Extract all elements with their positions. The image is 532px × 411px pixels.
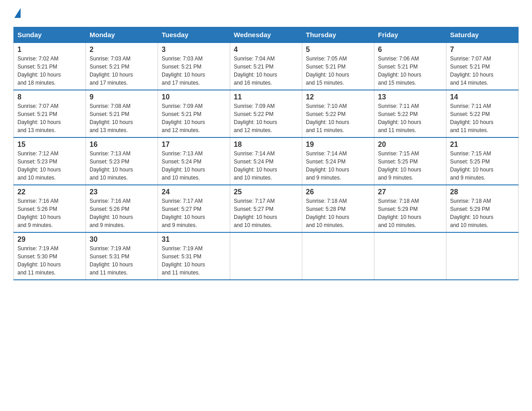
day-cell: 23 Sunrise: 7:16 AMSunset: 5:26 PMDaylig…: [86, 185, 158, 232]
day-info: Sunrise: 7:17 AMSunset: 5:27 PMDaylight:…: [234, 197, 298, 229]
day-number: 26: [306, 188, 370, 196]
day-cell: 18 Sunrise: 7:14 AMSunset: 5:24 PMDaylig…: [230, 137, 302, 185]
day-info: Sunrise: 7:15 AMSunset: 5:25 PMDaylight:…: [450, 150, 515, 182]
col-header-friday: Friday: [374, 27, 446, 43]
day-number: 24: [162, 188, 226, 196]
day-cell: [302, 232, 374, 280]
day-cell: 6 Sunrise: 7:06 AMSunset: 5:21 PMDayligh…: [374, 43, 446, 90]
day-number: 4: [234, 46, 298, 54]
day-info: Sunrise: 7:18 AMSunset: 5:29 PMDaylight:…: [450, 197, 515, 229]
day-cell: 29 Sunrise: 7:19 AMSunset: 5:30 PMDaylig…: [14, 232, 86, 280]
day-cell: 13 Sunrise: 7:11 AMSunset: 5:22 PMDaylig…: [374, 90, 446, 137]
day-info: Sunrise: 7:14 AMSunset: 5:24 PMDaylight:…: [306, 150, 370, 182]
day-info: Sunrise: 7:19 AMSunset: 5:31 PMDaylight:…: [90, 244, 154, 277]
day-number: 5: [306, 46, 370, 54]
day-number: 15: [17, 141, 82, 149]
day-cell: [374, 232, 446, 280]
day-info: Sunrise: 7:09 AMSunset: 5:22 PMDaylight:…: [234, 102, 298, 134]
day-cell: 10 Sunrise: 7:09 AMSunset: 5:21 PMDaylig…: [158, 90, 230, 137]
day-number: 6: [378, 46, 442, 54]
day-info: Sunrise: 7:11 AMSunset: 5:22 PMDaylight:…: [378, 102, 442, 134]
col-header-sunday: Sunday: [14, 27, 86, 43]
day-number: 18: [234, 141, 298, 149]
day-info: Sunrise: 7:13 AMSunset: 5:24 PMDaylight:…: [162, 150, 226, 182]
day-info: Sunrise: 7:19 AMSunset: 5:31 PMDaylight:…: [162, 244, 226, 277]
day-cell: [230, 232, 302, 280]
day-number: 30: [90, 235, 154, 244]
day-cell: 30 Sunrise: 7:19 AMSunset: 5:31 PMDaylig…: [86, 232, 158, 280]
day-info: Sunrise: 7:07 AMSunset: 5:21 PMDaylight:…: [17, 102, 82, 134]
week-row-4: 22 Sunrise: 7:16 AMSunset: 5:26 PMDaylig…: [14, 185, 519, 232]
day-number: 1: [17, 46, 82, 54]
day-number: 29: [17, 235, 82, 244]
day-number: 22: [17, 188, 82, 196]
day-number: 13: [378, 93, 442, 101]
day-info: Sunrise: 7:06 AMSunset: 5:21 PMDaylight:…: [378, 55, 442, 87]
day-cell: 2 Sunrise: 7:03 AMSunset: 5:21 PMDayligh…: [86, 43, 158, 90]
day-cell: 28 Sunrise: 7:18 AMSunset: 5:29 PMDaylig…: [446, 185, 519, 232]
day-info: Sunrise: 7:04 AMSunset: 5:21 PMDaylight:…: [234, 55, 298, 87]
day-cell: 22 Sunrise: 7:16 AMSunset: 5:26 PMDaylig…: [14, 185, 86, 232]
page-header: [13, 9, 519, 18]
day-info: Sunrise: 7:13 AMSunset: 5:23 PMDaylight:…: [90, 150, 154, 182]
day-info: Sunrise: 7:18 AMSunset: 5:28 PMDaylight:…: [306, 197, 370, 229]
calendar-table: SundayMondayTuesdayWednesdayThursdayFrid…: [13, 27, 519, 280]
day-cell: 24 Sunrise: 7:17 AMSunset: 5:27 PMDaylig…: [158, 185, 230, 232]
calendar-header-row: SundayMondayTuesdayWednesdayThursdayFrid…: [14, 27, 519, 43]
day-number: 12: [306, 93, 370, 101]
day-info: Sunrise: 7:03 AMSunset: 5:21 PMDaylight:…: [162, 55, 226, 87]
day-cell: 20 Sunrise: 7:15 AMSunset: 5:25 PMDaylig…: [374, 137, 446, 185]
day-info: Sunrise: 7:08 AMSunset: 5:21 PMDaylight:…: [90, 102, 154, 134]
day-cell: 3 Sunrise: 7:03 AMSunset: 5:21 PMDayligh…: [158, 43, 230, 90]
day-number: 27: [378, 188, 442, 196]
logo-triangle-icon: [14, 8, 21, 18]
day-cell: 19 Sunrise: 7:14 AMSunset: 5:24 PMDaylig…: [302, 137, 374, 185]
day-cell: 1 Sunrise: 7:02 AMSunset: 5:21 PMDayligh…: [14, 43, 86, 90]
col-header-wednesday: Wednesday: [230, 27, 302, 43]
day-number: 11: [234, 93, 298, 101]
day-cell: 21 Sunrise: 7:15 AMSunset: 5:25 PMDaylig…: [446, 137, 519, 185]
day-cell: 4 Sunrise: 7:04 AMSunset: 5:21 PMDayligh…: [230, 43, 302, 90]
day-number: 31: [162, 235, 226, 244]
day-info: Sunrise: 7:03 AMSunset: 5:21 PMDaylight:…: [90, 55, 154, 87]
day-number: 3: [162, 46, 226, 54]
day-info: Sunrise: 7:05 AMSunset: 5:21 PMDaylight:…: [306, 55, 370, 87]
day-number: 2: [90, 46, 154, 54]
col-header-thursday: Thursday: [302, 27, 374, 43]
day-cell: 12 Sunrise: 7:10 AMSunset: 5:22 PMDaylig…: [302, 90, 374, 137]
week-row-5: 29 Sunrise: 7:19 AMSunset: 5:30 PMDaylig…: [14, 232, 519, 280]
day-info: Sunrise: 7:16 AMSunset: 5:26 PMDaylight:…: [17, 197, 82, 229]
day-info: Sunrise: 7:10 AMSunset: 5:22 PMDaylight:…: [306, 102, 370, 134]
day-info: Sunrise: 7:19 AMSunset: 5:30 PMDaylight:…: [17, 244, 82, 277]
day-number: 25: [234, 188, 298, 196]
day-info: Sunrise: 7:16 AMSunset: 5:26 PMDaylight:…: [90, 197, 154, 229]
day-number: 19: [306, 141, 370, 149]
day-cell: 11 Sunrise: 7:09 AMSunset: 5:22 PMDaylig…: [230, 90, 302, 137]
day-info: Sunrise: 7:07 AMSunset: 5:21 PMDaylight:…: [450, 55, 515, 87]
day-cell: 27 Sunrise: 7:18 AMSunset: 5:29 PMDaylig…: [374, 185, 446, 232]
day-cell: 5 Sunrise: 7:05 AMSunset: 5:21 PMDayligh…: [302, 43, 374, 90]
day-number: 10: [162, 93, 226, 101]
day-cell: 15 Sunrise: 7:12 AMSunset: 5:23 PMDaylig…: [14, 137, 86, 185]
day-cell: 14 Sunrise: 7:11 AMSunset: 5:22 PMDaylig…: [446, 90, 519, 137]
day-cell: 9 Sunrise: 7:08 AMSunset: 5:21 PMDayligh…: [86, 90, 158, 137]
day-info: Sunrise: 7:09 AMSunset: 5:21 PMDaylight:…: [162, 102, 226, 134]
week-row-2: 8 Sunrise: 7:07 AMSunset: 5:21 PMDayligh…: [14, 90, 519, 137]
day-number: 16: [90, 141, 154, 149]
day-info: Sunrise: 7:18 AMSunset: 5:29 PMDaylight:…: [378, 197, 442, 229]
week-row-3: 15 Sunrise: 7:12 AMSunset: 5:23 PMDaylig…: [14, 137, 519, 185]
day-cell: 8 Sunrise: 7:07 AMSunset: 5:21 PMDayligh…: [14, 90, 86, 137]
col-header-monday: Monday: [86, 27, 158, 43]
col-header-tuesday: Tuesday: [158, 27, 230, 43]
logo: [13, 9, 21, 18]
day-number: 8: [17, 93, 82, 101]
day-number: 14: [450, 93, 515, 101]
day-info: Sunrise: 7:11 AMSunset: 5:22 PMDaylight:…: [450, 102, 515, 134]
day-info: Sunrise: 7:02 AMSunset: 5:21 PMDaylight:…: [17, 55, 82, 87]
day-info: Sunrise: 7:12 AMSunset: 5:23 PMDaylight:…: [17, 150, 82, 182]
day-number: 28: [450, 188, 515, 196]
day-number: 20: [378, 141, 442, 149]
day-cell: 31 Sunrise: 7:19 AMSunset: 5:31 PMDaylig…: [158, 232, 230, 280]
week-row-1: 1 Sunrise: 7:02 AMSunset: 5:21 PMDayligh…: [14, 43, 519, 90]
day-number: 21: [450, 141, 515, 149]
